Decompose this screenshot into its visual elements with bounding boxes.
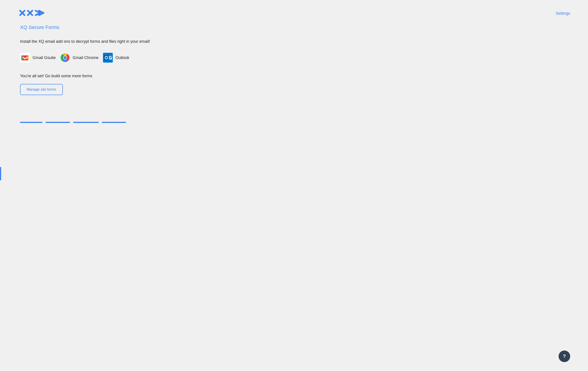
cta-section: You're all set! Go build some more forms… bbox=[20, 74, 570, 95]
gmail-chrome-label: Gmail Chrome bbox=[73, 55, 98, 60]
gmail-chrome-icon bbox=[60, 53, 70, 63]
logo-section: XQ Secure Forms bbox=[18, 9, 59, 30]
svg-point-17 bbox=[105, 57, 107, 59]
manage-forms-button[interactable]: Manage site forms bbox=[20, 84, 63, 95]
gmail-gsuite-addon[interactable]: Gmail Gsuite bbox=[20, 53, 56, 63]
gmail-chrome-addon[interactable]: Gmail Chrome bbox=[60, 53, 98, 63]
outlook-icon bbox=[103, 53, 113, 63]
progress-stepper bbox=[20, 122, 570, 123]
svg-point-13 bbox=[63, 56, 67, 59]
header: XQ Secure Forms Settings bbox=[18, 9, 570, 30]
gmail-gsuite-icon bbox=[20, 53, 30, 63]
gmail-gsuite-label: Gmail Gsuite bbox=[32, 55, 56, 60]
xq-logo-icon bbox=[18, 9, 45, 22]
app-title: XQ Secure Forms bbox=[20, 24, 59, 30]
addons-row: Gmail Gsuite bbox=[20, 53, 570, 63]
page-container: XQ Secure Forms Settings Install the XQ … bbox=[0, 0, 588, 371]
stepper-segment-2 bbox=[45, 122, 70, 123]
main-content: Install the XQ email add ons to decrypt … bbox=[20, 39, 570, 123]
outlook-label: Outlook bbox=[116, 55, 129, 60]
stepper-segment-3 bbox=[73, 122, 99, 123]
outlook-addon[interactable]: Outlook bbox=[103, 53, 129, 63]
stepper-segment-4 bbox=[102, 122, 126, 123]
settings-link[interactable]: Settings bbox=[556, 11, 570, 16]
stepper-segment-1 bbox=[20, 122, 42, 123]
help-button[interactable]: ? bbox=[559, 351, 570, 362]
left-accent-bar bbox=[0, 167, 1, 180]
install-description: Install the XQ email add ons to decrypt … bbox=[20, 39, 570, 44]
cta-text: You're all set! Go build some more forms bbox=[20, 74, 570, 78]
